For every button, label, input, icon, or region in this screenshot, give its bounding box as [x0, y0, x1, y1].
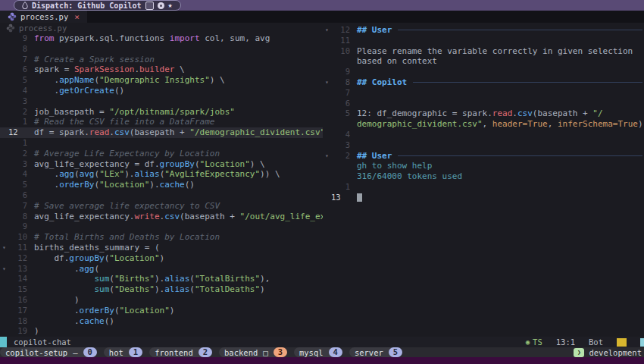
- tmux-statusbar: copilot-setup–0hot1frontend2backend□3mys…: [0, 347, 644, 357]
- editor-area: process.py 9from pyspark.sql.functions i…: [0, 23, 644, 337]
- code-line[interactable]: 9from pyspark.sql.functions import col, …: [0, 33, 323, 44]
- tmux-session[interactable]: ❯ development: [574, 348, 642, 357]
- line-text: based on context: [357, 56, 437, 67]
- code-line[interactable]: 4 .agg(avg("LEx").alias("AvgLifeExpectan…: [0, 169, 323, 180]
- chat-line[interactable]: 11: [323, 36, 644, 46]
- line-text: # Read the CSV file into a DataFrame: [34, 117, 214, 127]
- line-text: ): [34, 326, 39, 337]
- code-line[interactable]: 8avg_life_expectancy.write.csv(basepath …: [0, 212, 323, 222]
- code-line[interactable]: 5 .appName("Demographic Insights") \: [0, 75, 323, 86]
- line-text: ## Copilot: [357, 77, 407, 88]
- fold-icon[interactable]: ▾: [323, 25, 331, 36]
- code-line[interactable]: 9: [0, 221, 323, 232]
- fold-icon[interactable]: ▾: [0, 243, 8, 253]
- header-rule: [413, 82, 642, 83]
- fold-icon[interactable]: ▾: [323, 77, 331, 88]
- line-number: 2: [8, 107, 27, 118]
- chat-line[interactable]: 10Please rename the variable correctly i…: [323, 46, 644, 57]
- tab-process-py[interactable]: process.py ×: [0, 11, 87, 23]
- tmux-window-name: server: [355, 348, 383, 357]
- text-cursor: [357, 193, 362, 202]
- line-number: 17: [8, 306, 27, 316]
- chat-line[interactable]: 316/64000 tokens used: [323, 171, 644, 182]
- line-number: 8: [331, 77, 350, 88]
- window-title-pill: Dispatch: Github Copilot ★: [14, 0, 181, 11]
- code-line[interactable]: ▾11births_deaths_summary = (: [0, 243, 323, 253]
- code-line[interactable]: 18 .cache(): [0, 316, 323, 327]
- code-line[interactable]: 15 sum("Deaths").alias("TotalDeaths"): [0, 284, 323, 295]
- line-text: spark = SparkSession.builder \: [34, 64, 185, 75]
- chat-line[interactable]: 7: [323, 88, 644, 99]
- line-text: df = spark.read.csv(basepath + "/demogra…: [34, 127, 323, 138]
- line-number: 7: [8, 201, 27, 212]
- statusline-right: ◉ TS 13:1 Bot: [526, 337, 644, 347]
- code-line[interactable]: ▾13 .agg(: [0, 264, 323, 275]
- chat-line[interactable]: based on context: [323, 56, 644, 67]
- code-line[interactable]: 4 .getOrCreate(): [0, 86, 323, 96]
- tmux-window-hot[interactable]: hot1: [104, 347, 142, 357]
- face-icon: [158, 2, 164, 9]
- chat-line[interactable]: ▾2## User: [323, 151, 644, 162]
- line-number: 12: [8, 253, 27, 264]
- cursor-position: 13:1: [556, 337, 575, 347]
- code-line[interactable]: 1# Read the CSV file into a DataFrame: [0, 117, 323, 127]
- chat-line[interactable]: 3: [323, 140, 644, 151]
- line-text: ## User: [357, 151, 392, 162]
- window-title: Dispatch: Github Copilot: [32, 2, 142, 10]
- fold-icon[interactable]: ▾: [0, 264, 8, 275]
- code-line[interactable]: 2job_basepath = "/opt/bitnami/spark/jobs…: [0, 107, 323, 118]
- line-number: 7: [8, 55, 27, 65]
- tmux-window-server[interactable]: server5: [349, 347, 402, 357]
- code-line[interactable]: 8: [0, 44, 323, 55]
- tmux-window-index: 4: [329, 347, 342, 357]
- code-line[interactable]: 12 df.groupBy("Location"): [0, 253, 323, 264]
- line-number: 16: [8, 295, 27, 306]
- tmux-window-index: 2: [199, 347, 212, 357]
- line-text: Please rename the variable correctly in …: [357, 46, 633, 57]
- tmux-window-backend[interactable]: backend□3: [219, 347, 287, 357]
- code-line[interactable]: 17 .orderBy("Location"): [0, 306, 323, 316]
- fold-icon[interactable]: ▾: [323, 151, 331, 162]
- code-line[interactable]: 12df = spark.read.csv(basepath + "/demog…: [0, 127, 323, 138]
- chat-line[interactable]: ▾12## User: [323, 25, 644, 36]
- code-line[interactable]: 7# Create a Spark session: [0, 55, 323, 65]
- line-number: 7: [331, 88, 350, 99]
- line-number: 1: [8, 117, 27, 127]
- chat-buffer: ▾12## User1110Please rename the variable…: [323, 25, 644, 203]
- treesitter-status: ◉ TS: [526, 337, 542, 347]
- tmux-window-mysql[interactable]: mysql4: [294, 347, 342, 357]
- line-text: .orderBy("Location"): [34, 306, 174, 316]
- chat-line[interactable]: 1: [323, 182, 644, 193]
- tmux-window-copilot-setup[interactable]: copilot-setup–0: [0, 347, 97, 357]
- chat-line[interactable]: 6: [323, 99, 644, 109]
- code-line[interactable]: 1: [0, 138, 323, 149]
- line-number: 14: [8, 274, 27, 284]
- line-number: 9: [331, 67, 350, 77]
- line-number: 11: [331, 36, 350, 46]
- chat-line[interactable]: gh to show help: [323, 161, 644, 171]
- tmux-window-frontend[interactable]: frontend2: [149, 347, 212, 357]
- chat-line[interactable]: 13: [323, 193, 644, 203]
- code-line[interactable]: 6spark = SparkSession.builder \: [0, 64, 323, 75]
- code-line[interactable]: 19): [0, 326, 323, 337]
- code-line[interactable]: 3: [0, 96, 323, 107]
- code-line[interactable]: 16 ): [0, 295, 323, 306]
- line-number: 5: [8, 180, 27, 190]
- code-line[interactable]: 10# Total Births and Deaths by Location: [0, 232, 323, 243]
- code-line[interactable]: 5 .orderBy("Location").cache(): [0, 180, 323, 190]
- chat-line[interactable]: demographic_divident.csv", header=True, …: [323, 119, 644, 130]
- tmux-window-name: frontend: [155, 348, 193, 357]
- code-line[interactable]: 6: [0, 190, 323, 201]
- code-line[interactable]: 2# Average Life Expectancy by Location: [0, 149, 323, 159]
- line-number: 1: [331, 182, 350, 193]
- code-line[interactable]: 7# Save average life expectancy to CSV: [0, 201, 323, 212]
- chat-line[interactable]: 9: [323, 67, 644, 77]
- code-line[interactable]: 3avg_life_expectancy = df.groupBy("Locat…: [0, 159, 323, 170]
- chat-line[interactable]: 4: [323, 130, 644, 140]
- chat-line[interactable]: 512: df_demographic = spark.read.csv(bas…: [323, 108, 644, 119]
- code-line[interactable]: 14 sum("Births").alias("TotalBirths"),: [0, 274, 323, 284]
- line-text: .orderBy("Location").cache(): [34, 180, 195, 190]
- chat-line[interactable]: ▾8## Copilot: [323, 77, 644, 88]
- close-icon[interactable]: ×: [74, 12, 80, 22]
- line-text: job_basepath = "/opt/bitnami/spark/jobs": [34, 107, 235, 118]
